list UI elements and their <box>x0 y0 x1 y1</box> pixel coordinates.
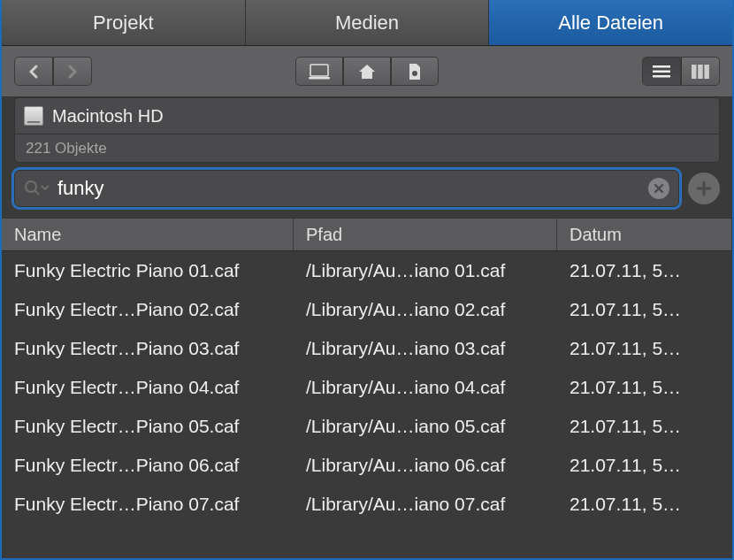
location-bar[interactable]: Macintosh HD <box>14 97 720 134</box>
cell-name: Funky Electr…Piano 04.caf <box>2 377 294 398</box>
cell-date: 21.07.11, 5… <box>557 299 732 320</box>
back-button[interactable] <box>14 57 53 86</box>
cell-name: Funky Electr…Piano 07.caf <box>2 494 294 515</box>
project-button[interactable] <box>391 57 439 86</box>
list-icon <box>653 65 670 78</box>
cell-path: /Library/Au…iano 03.caf <box>294 338 557 359</box>
plus-icon <box>696 180 712 196</box>
svg-rect-3 <box>653 65 670 68</box>
nav-buttons <box>14 57 92 86</box>
tab-bar: Projekt Medien Alle Dateien <box>2 0 732 46</box>
svg-rect-7 <box>698 65 703 79</box>
cell-path: /Library/Au…iano 01.caf <box>294 260 557 281</box>
cell-name: Funky Electric Piano 01.caf <box>2 260 294 281</box>
toolbar <box>2 46 732 97</box>
columns-icon <box>692 65 709 79</box>
table-row[interactable]: Funky Electr…Piano 04.caf/Library/Au…ian… <box>2 368 732 407</box>
svg-point-9 <box>26 181 36 192</box>
table-row[interactable]: Funky Electr…Piano 06.caf/Library/Au…ian… <box>2 446 732 485</box>
table-row[interactable]: Funky Electr…Piano 05.caf/Library/Au…ian… <box>2 407 732 446</box>
table-row[interactable]: Funky Electr…Piano 07.caf/Library/Au…ian… <box>2 485 732 524</box>
tab-medien[interactable]: Medien <box>246 0 490 45</box>
cell-path: /Library/Au…iano 04.caf <box>294 377 557 398</box>
table-row[interactable]: Funky Electric Piano 01.caf/Library/Au…i… <box>2 251 732 290</box>
table-row[interactable]: Funky Electr…Piano 02.caf/Library/Au…ian… <box>2 290 732 329</box>
computer-icon <box>309 64 330 80</box>
add-filter-button[interactable] <box>688 173 720 204</box>
chevron-left-icon <box>28 65 39 79</box>
table-header: Name Pfad Datum <box>2 218 732 251</box>
svg-rect-1 <box>309 77 330 80</box>
item-count: 221 Objekte <box>14 134 720 163</box>
cell-path: /Library/Au…iano 02.caf <box>294 299 557 320</box>
table-row[interactable]: Funky Electr…Piano 03.caf/Library/Au…ian… <box>2 329 732 368</box>
column-view-button[interactable] <box>681 57 720 86</box>
cell-date: 21.07.11, 5… <box>557 455 732 476</box>
view-buttons <box>642 57 720 86</box>
close-icon <box>654 183 664 194</box>
file-table: Name Pfad Datum Funky Electric Piano 01.… <box>2 218 732 524</box>
svg-rect-0 <box>310 65 328 76</box>
tab-alle-dateien[interactable]: Alle Dateien <box>489 0 732 45</box>
cell-name: Funky Electr…Piano 03.caf <box>2 338 294 359</box>
cell-path: /Library/Au…iano 06.caf <box>294 455 557 476</box>
chevron-right-icon <box>67 65 78 79</box>
svg-line-10 <box>35 191 39 195</box>
cell-date: 21.07.11, 5… <box>557 260 732 281</box>
document-icon <box>408 63 422 81</box>
home-icon <box>357 63 377 81</box>
search-field[interactable] <box>14 170 679 207</box>
cell-date: 21.07.11, 5… <box>557 494 732 515</box>
column-header-date[interactable]: Datum <box>557 219 732 250</box>
svg-point-2 <box>412 71 417 76</box>
location-buttons <box>295 57 439 86</box>
cell-name: Funky Electr…Piano 06.caf <box>2 455 294 476</box>
cell-path: /Library/Au…iano 05.caf <box>294 416 557 437</box>
computer-button[interactable] <box>295 57 343 86</box>
drive-icon <box>24 106 43 126</box>
search-input[interactable] <box>57 177 639 200</box>
cell-date: 21.07.11, 5… <box>557 416 732 437</box>
clear-search-button[interactable] <box>648 178 669 199</box>
svg-rect-8 <box>704 65 709 79</box>
home-button[interactable] <box>343 57 391 86</box>
column-header-name[interactable]: Name <box>2 219 294 250</box>
location-name: Macintosh HD <box>52 106 164 127</box>
table-body: Funky Electric Piano 01.caf/Library/Au…i… <box>2 251 732 524</box>
cell-path: /Library/Au…iano 07.caf <box>294 494 557 515</box>
forward-button[interactable] <box>53 57 92 86</box>
column-header-path[interactable]: Pfad <box>294 219 557 250</box>
list-view-button[interactable] <box>642 57 681 86</box>
cell-date: 21.07.11, 5… <box>557 338 732 359</box>
search-row <box>2 163 732 218</box>
svg-rect-6 <box>692 65 697 79</box>
cell-date: 21.07.11, 5… <box>557 377 732 398</box>
svg-rect-5 <box>653 75 670 78</box>
search-icon <box>24 180 49 197</box>
cell-name: Funky Electr…Piano 02.caf <box>2 299 294 320</box>
tab-projekt[interactable]: Projekt <box>2 0 246 45</box>
cell-name: Funky Electr…Piano 05.caf <box>2 416 294 437</box>
svg-rect-4 <box>653 70 670 73</box>
